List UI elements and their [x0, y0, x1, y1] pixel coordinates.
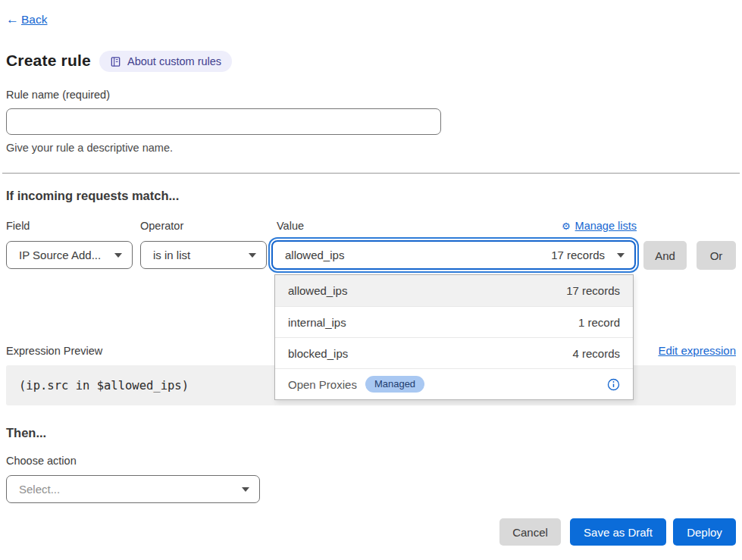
back-link[interactable]: ← Back — [6, 12, 47, 27]
back-arrow-icon: ← — [6, 12, 19, 27]
value-column-label: Value — [277, 220, 304, 232]
choose-action-label: Choose action — [6, 455, 77, 467]
field-column-label: Field — [6, 220, 30, 232]
then-section-heading: Then... — [6, 426, 46, 440]
manage-lists-label: Manage lists — [575, 220, 637, 232]
cancel-button[interactable]: Cancel — [499, 518, 561, 546]
managed-badge: Managed — [365, 376, 424, 393]
rule-name-helper: Give your rule a descriptive name. — [6, 142, 173, 154]
operator-select-value: is in list — [153, 249, 190, 261]
manage-lists-link[interactable]: ⚙ Manage lists — [562, 220, 637, 232]
chevron-down-icon — [249, 253, 256, 258]
deploy-button[interactable]: Deploy — [673, 518, 736, 546]
value-select-meta: 17 records — [551, 249, 605, 261]
list-option-name: allowed_ips — [288, 284, 347, 297]
about-custom-rules-link[interactable]: About custom rules — [99, 51, 232, 72]
rule-name-input[interactable] — [6, 108, 441, 135]
list-dropdown-menu: allowed_ips 17 records internal_ips 1 re… — [274, 274, 634, 400]
book-icon — [110, 56, 121, 67]
list-option-open-proxies[interactable]: Open Proxies Managed — [275, 368, 633, 399]
and-button[interactable]: And — [643, 241, 687, 270]
list-option-meta: 1 record — [578, 316, 620, 329]
list-option-blocked-ips[interactable]: blocked_ips 4 records — [275, 337, 633, 368]
about-custom-rules-label: About custom rules — [127, 55, 221, 67]
rule-name-label: Rule name (required) — [6, 89, 110, 101]
list-option-name: internal_ips — [288, 316, 346, 329]
action-select[interactable]: Select... — [6, 475, 260, 503]
expression-preview-label: Expression Preview — [6, 345, 102, 357]
info-icon[interactable] — [607, 378, 620, 391]
field-select-value: IP Source Add... — [19, 249, 101, 261]
save-as-draft-button[interactable]: Save as Draft — [570, 518, 666, 546]
field-select[interactable]: IP Source Add... — [6, 241, 133, 269]
list-option-meta: 4 records — [572, 347, 620, 360]
gear-icon: ⚙ — [562, 221, 571, 232]
section-divider — [2, 173, 740, 174]
list-option-internal-ips[interactable]: internal_ips 1 record — [275, 306, 633, 337]
edit-expression-link[interactable]: Edit expression — [658, 344, 736, 357]
action-select-placeholder: Select... — [19, 483, 60, 496]
page-title: Create rule — [6, 52, 91, 70]
list-option-allowed-ips[interactable]: allowed_ips 17 records — [275, 275, 633, 306]
back-link-label: Back — [21, 13, 47, 27]
operator-column-label: Operator — [140, 220, 183, 232]
list-option-meta: 17 records — [566, 284, 620, 297]
expression-code: (ip.src in $allowed_ips) — [19, 379, 189, 393]
operator-select[interactable]: is in list — [140, 241, 267, 269]
list-option-name: Open Proxies — [288, 378, 357, 391]
chevron-down-icon — [242, 487, 249, 492]
chevron-down-icon — [617, 253, 625, 258]
value-select[interactable]: allowed_ips 17 records — [271, 240, 636, 270]
or-button[interactable]: Or — [697, 241, 736, 270]
value-select-value: allowed_ips — [285, 249, 344, 261]
chevron-down-icon — [114, 253, 122, 258]
list-option-name: blocked_ips — [288, 347, 348, 360]
match-section-heading: If incoming requests match... — [6, 189, 179, 203]
